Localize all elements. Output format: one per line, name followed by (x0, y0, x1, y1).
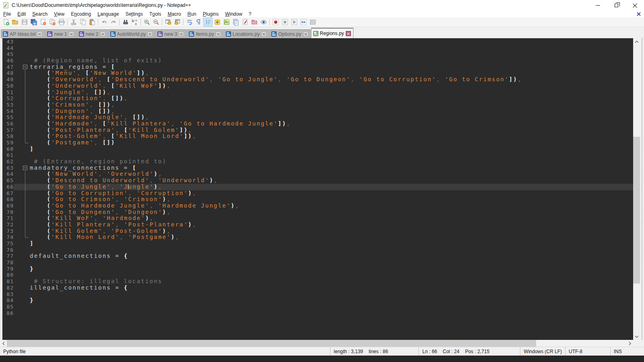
code-line-55[interactable]: 55 ('Hardmode Jungle', []), (2, 114, 633, 121)
restore-button[interactable] (607, 0, 625, 10)
code-line-76[interactable]: 76 (2, 247, 633, 253)
menu-search[interactable]: Search (29, 10, 51, 17)
status-eol-format[interactable]: Windows (CR LF) (520, 347, 565, 356)
code-line-85[interactable]: 85 (2, 304, 633, 310)
toolbar-macro-record-button[interactable] (271, 18, 280, 27)
code-line-54[interactable]: 54 ('Dungeon', []), (2, 108, 633, 115)
fold-minus-icon[interactable] (23, 166, 27, 170)
tab-close-icon[interactable] (216, 31, 221, 37)
toolbar-save-button[interactable] (20, 18, 29, 27)
toolbar-sync-vertical-button[interactable] (163, 18, 173, 27)
code-line-81[interactable]: 81 # Structure: illegal locations (2, 278, 633, 285)
tab-close-icon[interactable] (37, 31, 42, 37)
tab-close-icon[interactable] (179, 31, 184, 37)
code-line-66[interactable]: 66 ('Go to Jungle', 'Jungle'), (2, 184, 633, 190)
toolbar-indent-guide-button[interactable] (203, 18, 213, 27)
code-line-68[interactable]: 68 ('Go to Crimson', 'Crimson'), (2, 196, 633, 203)
toolbar-folder-as-workspace-button[interactable] (250, 18, 259, 27)
toolbar-macro-stop-button[interactable] (280, 18, 289, 27)
code-line-67[interactable]: 67 ('Go to Corruption', 'Corruption'), (2, 190, 633, 197)
scroll-left-arrow[interactable] (0, 340, 7, 347)
toolbar-word-wrap-button[interactable] (185, 18, 194, 27)
tab-close-icon[interactable] (346, 31, 351, 36)
code-line-83[interactable]: 83 (2, 291, 633, 298)
menu-tools[interactable]: Tools (146, 10, 164, 17)
toolbar-zoom-out-button[interactable] (151, 18, 161, 27)
toolbar-redo-button[interactable] (109, 18, 118, 27)
code-line-44[interactable]: 44 (2, 45, 633, 51)
fold-margin-collapse-box[interactable] (14, 165, 29, 171)
code-line-57[interactable]: 57 ('Post-Plantera', ['Kill Golem']), (2, 127, 633, 134)
horizontal-scrollbar[interactable] (0, 340, 644, 347)
fold-margin-collapse-box[interactable] (14, 64, 29, 70)
tab-ap-ideas-txt[interactable]: AP Ideas.txt (1, 29, 45, 38)
code-line-72[interactable]: 72 ('Kill Plantera', 'Post-Plantera'), (2, 222, 633, 228)
code-line-62[interactable]: 62 # (Entrance, region pointed to) (2, 158, 633, 165)
code-line-48[interactable]: 48 ('Menu', ['New World']), (2, 70, 633, 76)
fold-minus-icon[interactable] (23, 65, 27, 69)
code-line-79[interactable]: 79} (2, 266, 633, 272)
tab-new-3[interactable]: new 3 (155, 29, 186, 38)
minimize-button[interactable] (588, 0, 607, 10)
close-button[interactable] (625, 0, 644, 10)
toolbar-document-list-button[interactable] (231, 18, 240, 27)
toolbar-macro-run-multiple-button[interactable] (299, 18, 308, 27)
tab-close-icon[interactable] (303, 31, 308, 37)
tab-autoworld-py[interactable]: AutoWorld.py (108, 29, 155, 38)
tab-options-py[interactable]: Options.py (269, 29, 310, 38)
tab-close-icon[interactable] (69, 31, 74, 37)
tab-new-1[interactable]: new 1 (45, 29, 76, 38)
menu-encoding[interactable]: Encoding (68, 10, 94, 17)
menu-view[interactable]: View (51, 10, 68, 17)
toolbar-zoom-in-button[interactable] (142, 18, 151, 27)
toolbar-macro-play-button[interactable] (289, 18, 299, 27)
toolbar-print-button[interactable] (57, 18, 66, 27)
toolbar-define-language-button[interactable] (240, 18, 250, 27)
toolbar-save-all-button[interactable] (29, 18, 38, 27)
vertical-scrollbar[interactable] (633, 38, 640, 340)
code-line-51[interactable]: 51 ('Jungle', []), (2, 89, 633, 96)
tab-close-icon[interactable] (261, 31, 266, 37)
code-line-64[interactable]: 64 ('New World', 'Overworld'), (2, 171, 633, 177)
code-line-70[interactable]: 70 ('Go to Dungeon', 'Dungeon'), (2, 209, 633, 216)
code-line-65[interactable]: 65 ('Descend to Underworld', 'Underworld… (2, 177, 633, 184)
toolbar-undo-button[interactable] (99, 18, 109, 27)
toolbar-new-file-button[interactable] (1, 18, 10, 27)
code-line-50[interactable]: 50 ('Underworld', ['Kill WoF']), (2, 83, 633, 89)
horizontal-scrollbar-thumb[interactable] (7, 340, 536, 347)
scroll-right-arrow[interactable] (626, 340, 633, 347)
code-line-80[interactable]: 80 (2, 272, 633, 278)
status-insert-mode[interactable]: INS (610, 347, 644, 356)
code-line-52[interactable]: 52 ('Corruption', []), (2, 95, 633, 102)
code-line-77[interactable]: 77default_connections = { (2, 253, 633, 259)
tab-locations-py[interactable]: Locations.py (224, 29, 269, 38)
scroll-down-arrow[interactable] (633, 333, 640, 340)
toolbar-cut-button[interactable] (69, 18, 78, 27)
tab-close-icon[interactable] (147, 31, 153, 37)
code-line-49[interactable]: 49 ('Overworld', ['Descend to Underworld… (2, 76, 633, 83)
code-line-74[interactable]: 74 ('Kill Moon Lord', 'Postgame'), (2, 234, 633, 241)
toolbar-replace-button[interactable]: ba (130, 18, 139, 27)
code-line-46[interactable]: 46 # (Region name, list of exits) (2, 58, 633, 64)
tab-close-icon[interactable] (100, 31, 105, 37)
tab-items-py[interactable]: Items.py (187, 29, 223, 38)
scroll-up-arrow[interactable] (633, 38, 640, 45)
toolbar-monitoring-button[interactable] (259, 18, 268, 27)
toolbar-sync-horizontal-button[interactable] (173, 18, 182, 27)
menu-plugins[interactable]: Plugins (200, 10, 222, 17)
toolbar-close-all-button[interactable] (47, 18, 57, 27)
code-area[interactable]: 43444546 # (Region name, list of exits)4… (2, 39, 633, 340)
menu-macro[interactable]: Macro (164, 10, 184, 17)
code-line-71[interactable]: 71 ('Kill WoF', 'Hardmode'), (2, 215, 633, 222)
menu-run[interactable]: Run (184, 10, 200, 17)
toolbar-paste-button[interactable] (87, 18, 97, 27)
editor[interactable]: 43444546 # (Region name, list of exits)4… (0, 38, 644, 340)
code-line-60[interactable]: 60] (2, 146, 633, 152)
code-line-58[interactable]: 58 ('Post-Golem', ['Kill Moon Lord']), (2, 133, 633, 140)
code-line-47[interactable]: 47terraria_regions = [ (2, 64, 633, 70)
toolbar-function-list-button[interactable] (213, 18, 222, 27)
code-line-61[interactable]: 61 (2, 152, 633, 158)
toolbar-find-button[interactable] (121, 18, 130, 27)
code-line-59[interactable]: 59 ('Postgame', []) (2, 140, 633, 146)
menu-settings[interactable]: Settings (122, 10, 146, 17)
